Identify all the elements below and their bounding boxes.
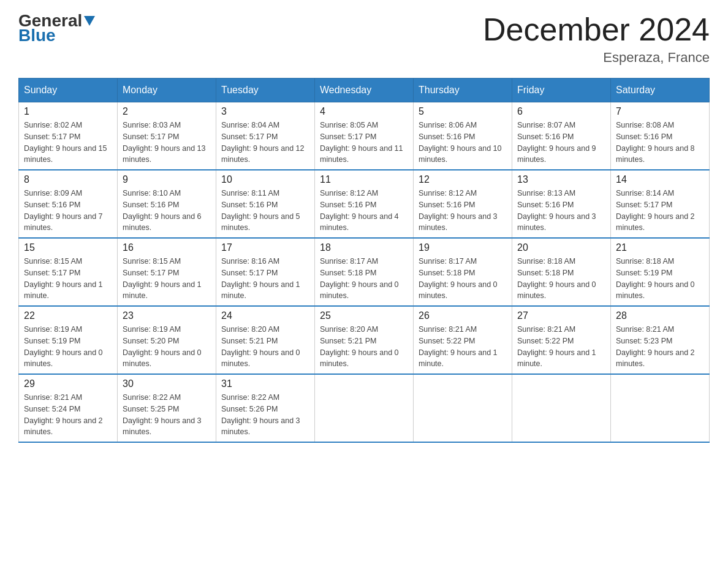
day-info: Sunrise: 8:21 AMSunset: 5:22 PMDaylight:… xyxy=(419,325,498,368)
col-header-tuesday: Tuesday xyxy=(216,79,315,102)
calendar-cell: 21 Sunrise: 8:18 AMSunset: 5:19 PMDaylig… xyxy=(611,238,710,306)
day-info: Sunrise: 8:12 AMSunset: 5:16 PMDaylight:… xyxy=(320,189,399,232)
day-info: Sunrise: 8:02 AMSunset: 5:17 PMDaylight:… xyxy=(24,121,107,164)
day-info: Sunrise: 8:06 AMSunset: 5:16 PMDaylight:… xyxy=(419,121,502,164)
day-number: 17 xyxy=(221,242,309,253)
day-info: Sunrise: 8:17 AMSunset: 5:18 PMDaylight:… xyxy=(320,257,399,300)
calendar-cell: 10 Sunrise: 8:11 AMSunset: 5:16 PMDaylig… xyxy=(216,170,315,238)
day-number: 4 xyxy=(320,106,408,117)
day-info: Sunrise: 8:21 AMSunset: 5:23 PMDaylight:… xyxy=(616,325,695,368)
day-info: Sunrise: 8:18 AMSunset: 5:18 PMDaylight:… xyxy=(517,257,596,300)
calendar-week-3: 15 Sunrise: 8:15 AMSunset: 5:17 PMDaylig… xyxy=(19,238,710,306)
day-number: 23 xyxy=(123,310,211,321)
calendar-cell: 17 Sunrise: 8:16 AMSunset: 5:17 PMDaylig… xyxy=(216,238,315,306)
day-info: Sunrise: 8:15 AMSunset: 5:17 PMDaylight:… xyxy=(24,257,103,300)
calendar-cell: 25 Sunrise: 8:20 AMSunset: 5:21 PMDaylig… xyxy=(315,306,414,374)
page-title: December 2024 xyxy=(483,12,710,47)
calendar-cell: 2 Sunrise: 8:03 AMSunset: 5:17 PMDayligh… xyxy=(118,102,216,170)
day-info: Sunrise: 8:08 AMSunset: 5:16 PMDaylight:… xyxy=(616,121,695,164)
calendar-cell: 12 Sunrise: 8:12 AMSunset: 5:16 PMDaylig… xyxy=(414,170,512,238)
calendar-table: SundayMondayTuesdayWednesdayThursdayFrid… xyxy=(18,78,710,443)
day-number: 3 xyxy=(221,106,309,117)
day-number: 29 xyxy=(24,378,112,389)
location-subtitle: Esperaza, France xyxy=(483,50,710,66)
day-number: 5 xyxy=(419,106,507,117)
day-number: 26 xyxy=(419,310,507,321)
day-info: Sunrise: 8:13 AMSunset: 5:16 PMDaylight:… xyxy=(517,189,596,232)
day-info: Sunrise: 8:22 AMSunset: 5:25 PMDaylight:… xyxy=(123,393,202,436)
col-header-thursday: Thursday xyxy=(414,79,512,102)
day-number: 16 xyxy=(123,242,211,253)
day-number: 14 xyxy=(616,174,704,185)
day-info: Sunrise: 8:16 AMSunset: 5:17 PMDaylight:… xyxy=(221,257,300,300)
day-number: 15 xyxy=(24,242,112,253)
day-info: Sunrise: 8:18 AMSunset: 5:19 PMDaylight:… xyxy=(616,257,695,300)
day-number: 8 xyxy=(24,174,112,185)
calendar-cell: 14 Sunrise: 8:14 AMSunset: 5:17 PMDaylig… xyxy=(611,170,710,238)
calendar-cell xyxy=(414,374,512,442)
col-header-monday: Monday xyxy=(118,79,216,102)
day-number: 1 xyxy=(24,106,112,117)
day-number: 2 xyxy=(123,106,211,117)
calendar-cell: 30 Sunrise: 8:22 AMSunset: 5:25 PMDaylig… xyxy=(118,374,216,442)
calendar-cell: 20 Sunrise: 8:18 AMSunset: 5:18 PMDaylig… xyxy=(512,238,611,306)
calendar-cell: 26 Sunrise: 8:21 AMSunset: 5:22 PMDaylig… xyxy=(414,306,512,374)
calendar-cell: 13 Sunrise: 8:13 AMSunset: 5:16 PMDaylig… xyxy=(512,170,611,238)
day-info: Sunrise: 8:20 AMSunset: 5:21 PMDaylight:… xyxy=(320,325,399,368)
day-info: Sunrise: 8:19 AMSunset: 5:20 PMDaylight:… xyxy=(123,325,202,368)
calendar-week-5: 29 Sunrise: 8:21 AMSunset: 5:24 PMDaylig… xyxy=(19,374,710,442)
calendar-cell: 5 Sunrise: 8:06 AMSunset: 5:16 PMDayligh… xyxy=(414,102,512,170)
day-number: 12 xyxy=(419,174,507,185)
calendar-header-row: SundayMondayTuesdayWednesdayThursdayFrid… xyxy=(19,79,710,102)
day-info: Sunrise: 8:17 AMSunset: 5:18 PMDaylight:… xyxy=(419,257,498,300)
day-number: 31 xyxy=(221,378,309,389)
calendar-cell xyxy=(512,374,611,442)
day-number: 30 xyxy=(123,378,211,389)
day-number: 18 xyxy=(320,242,408,253)
day-number: 6 xyxy=(517,106,605,117)
day-info: Sunrise: 8:21 AMSunset: 5:24 PMDaylight:… xyxy=(24,393,103,436)
calendar-cell: 6 Sunrise: 8:07 AMSunset: 5:16 PMDayligh… xyxy=(512,102,611,170)
day-number: 21 xyxy=(616,242,704,253)
day-info: Sunrise: 8:14 AMSunset: 5:17 PMDaylight:… xyxy=(616,189,695,232)
calendar-cell: 23 Sunrise: 8:19 AMSunset: 5:20 PMDaylig… xyxy=(118,306,216,374)
day-info: Sunrise: 8:04 AMSunset: 5:17 PMDaylight:… xyxy=(221,121,305,164)
logo: General Blue xyxy=(18,12,95,44)
calendar-cell: 11 Sunrise: 8:12 AMSunset: 5:16 PMDaylig… xyxy=(315,170,414,238)
col-header-friday: Friday xyxy=(512,79,611,102)
day-number: 24 xyxy=(221,310,309,321)
day-info: Sunrise: 8:03 AMSunset: 5:17 PMDaylight:… xyxy=(123,121,206,164)
day-info: Sunrise: 8:19 AMSunset: 5:19 PMDaylight:… xyxy=(24,325,103,368)
svg-marker-0 xyxy=(84,16,95,26)
col-header-sunday: Sunday xyxy=(19,79,118,102)
calendar-cell: 4 Sunrise: 8:05 AMSunset: 5:17 PMDayligh… xyxy=(315,102,414,170)
logo-arrow-icon xyxy=(84,16,95,28)
day-info: Sunrise: 8:07 AMSunset: 5:16 PMDaylight:… xyxy=(517,121,596,164)
calendar-cell: 15 Sunrise: 8:15 AMSunset: 5:17 PMDaylig… xyxy=(19,238,118,306)
page-header: General Blue December 2024 Esperaza, Fra… xyxy=(18,12,710,66)
day-number: 28 xyxy=(616,310,704,321)
day-info: Sunrise: 8:22 AMSunset: 5:26 PMDaylight:… xyxy=(221,393,300,436)
calendar-cell: 31 Sunrise: 8:22 AMSunset: 5:26 PMDaylig… xyxy=(216,374,315,442)
day-info: Sunrise: 8:10 AMSunset: 5:16 PMDaylight:… xyxy=(123,189,202,232)
day-number: 10 xyxy=(221,174,309,185)
calendar-week-2: 8 Sunrise: 8:09 AMSunset: 5:16 PMDayligh… xyxy=(19,170,710,238)
day-info: Sunrise: 8:11 AMSunset: 5:16 PMDaylight:… xyxy=(221,189,300,232)
calendar-cell: 16 Sunrise: 8:15 AMSunset: 5:17 PMDaylig… xyxy=(118,238,216,306)
day-info: Sunrise: 8:15 AMSunset: 5:17 PMDaylight:… xyxy=(123,257,202,300)
calendar-cell: 9 Sunrise: 8:10 AMSunset: 5:16 PMDayligh… xyxy=(118,170,216,238)
calendar-cell: 27 Sunrise: 8:21 AMSunset: 5:22 PMDaylig… xyxy=(512,306,611,374)
calendar-week-4: 22 Sunrise: 8:19 AMSunset: 5:19 PMDaylig… xyxy=(19,306,710,374)
calendar-cell: 22 Sunrise: 8:19 AMSunset: 5:19 PMDaylig… xyxy=(19,306,118,374)
day-number: 9 xyxy=(123,174,211,185)
title-section: December 2024 Esperaza, France xyxy=(483,12,710,66)
calendar-week-1: 1 Sunrise: 8:02 AMSunset: 5:17 PMDayligh… xyxy=(19,102,710,170)
day-info: Sunrise: 8:21 AMSunset: 5:22 PMDaylight:… xyxy=(517,325,596,368)
day-number: 27 xyxy=(517,310,605,321)
day-number: 22 xyxy=(24,310,112,321)
day-number: 13 xyxy=(517,174,605,185)
calendar-cell: 3 Sunrise: 8:04 AMSunset: 5:17 PMDayligh… xyxy=(216,102,315,170)
day-info: Sunrise: 8:12 AMSunset: 5:16 PMDaylight:… xyxy=(419,189,498,232)
calendar-cell: 19 Sunrise: 8:17 AMSunset: 5:18 PMDaylig… xyxy=(414,238,512,306)
day-number: 19 xyxy=(419,242,507,253)
